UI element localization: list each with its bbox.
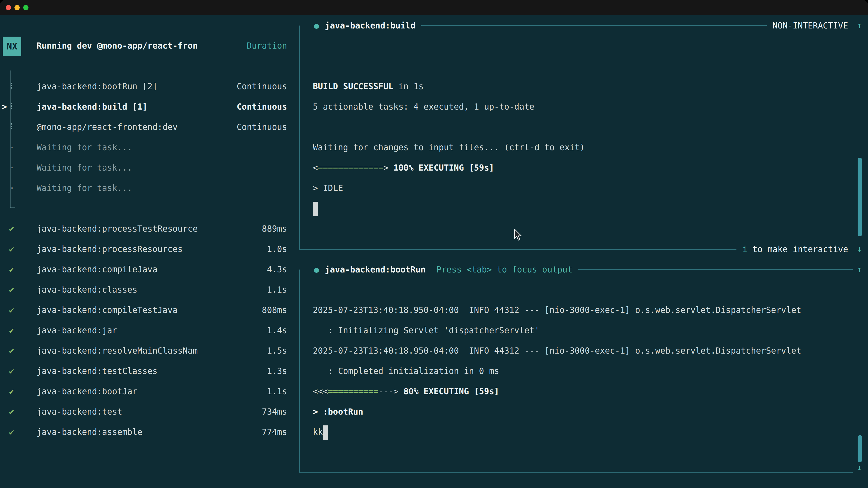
check-icon: ✔ [9, 219, 14, 239]
task-row[interactable]: ✔java-backend:compileTestJava808ms [0, 300, 294, 320]
check-icon: ✔ [9, 239, 14, 259]
check-icon: ✔ [9, 381, 14, 402]
tasklist-title: Running dev @mono-app/react-fron [37, 36, 198, 56]
task-label: java-backend:bootRun [2] [37, 76, 158, 97]
task-duration: 808ms [262, 300, 287, 320]
terminal-line: kk [313, 422, 801, 442]
task-row[interactable]: ✔java-backend:classes1.1s [0, 280, 294, 300]
mouse-cursor-icon [513, 228, 523, 244]
task-duration: 774ms [262, 422, 287, 442]
terminal-line: : Completed initialization in 0 ms [313, 361, 801, 381]
task-row[interactable]: ✔java-backend:jar1.4s [0, 320, 294, 341]
terminal-line: <<<==========---> 80% EXECUTING [59s] [313, 381, 801, 402]
focus-output-hint: Press <tab> to focus output [436, 265, 572, 274]
task-row[interactable]: ⠇java-backend:bootRun [2]Continuous [0, 76, 294, 97]
running-dot-icon: ● [314, 21, 319, 31]
completed-task-list: ✔java-backend:processTestResource889ms✔j… [0, 219, 294, 442]
interactive-hint-text: to make interactive [747, 245, 848, 254]
check-icon: ✔ [9, 300, 14, 320]
task-status: Continuous [237, 117, 287, 137]
check-icon: ✔ [9, 422, 14, 442]
task-duration: 1.3s [267, 361, 287, 381]
task-duration: 1.0s [267, 239, 287, 259]
check-icon: ✔ [9, 280, 14, 300]
task-row[interactable]: ✔java-backend:processResources1.0s [0, 239, 294, 259]
task-label: java-backend:bootJar [37, 381, 137, 402]
interactive-hint-key: i [742, 245, 747, 254]
task-label: @mono-app/react-frontend:dev [37, 117, 178, 137]
duration-column-header: Duration [247, 36, 287, 56]
task-row[interactable]: ·Waiting for task... [0, 178, 294, 198]
build-scrollbar-thumb[interactable] [858, 158, 862, 236]
task-label: Waiting for task... [37, 158, 132, 178]
task-duration: 1.5s [267, 341, 287, 361]
task-label: java-backend:testClasses [37, 361, 158, 381]
task-row[interactable]: ·Waiting for task... [0, 137, 294, 158]
task-row[interactable]: ✔java-backend:compileJava4.3s [0, 259, 294, 280]
spinner-icon: ⠇ [9, 117, 16, 137]
task-row[interactable]: ✔java-backend:processTestResource889ms [0, 219, 294, 239]
build-pane-left-border [299, 26, 300, 249]
pagination: ← 1/2 → [4, 483, 40, 488]
task-row[interactable]: ✔java-backend:assemble774ms [0, 422, 294, 442]
task-label: Waiting for task... [37, 137, 132, 158]
terminal-line: 5 actionable tasks: 4 executed, 1 up-to-… [313, 97, 585, 117]
running-task-list: ⠇java-backend:bootRun [2]Continuous>⠇jav… [0, 76, 294, 198]
task-duration: 734ms [262, 402, 287, 422]
task-label: java-backend:compileJava [37, 259, 158, 280]
check-icon: ✔ [9, 402, 14, 422]
build-output-lines[interactable]: BUILD SUCCESSFUL in 1s5 actionable tasks… [313, 36, 585, 219]
task-label: java-backend:classes [37, 280, 137, 300]
bootrun-pane-header: ● java-backend:bootRun Press <tab> to fo… [299, 259, 852, 280]
bootrun-output-lines[interactable]: 2025-07-23T13:40:18.950-04:00 INFO 44312… [313, 280, 801, 442]
non-interactive-badge: NON-INTERACTIVE [773, 21, 848, 31]
terminal-cursor [313, 202, 318, 216]
task-row[interactable]: ✔java-backend:test734ms [0, 402, 294, 422]
terminal-line: 2025-07-23T13:40:18.950-04:00 INFO 44312… [313, 300, 801, 320]
title-bar [0, 0, 868, 15]
check-icon: ✔ [9, 320, 14, 341]
bootrun-pane-left-border [299, 269, 300, 473]
task-duration: 1.4s [267, 320, 287, 341]
waiting-dot-icon: · [9, 137, 14, 158]
task-group-corner [10, 207, 16, 208]
tasklist-header: Running dev @mono-app/react-fron Duratio… [0, 36, 294, 56]
check-icon: ✔ [9, 361, 14, 381]
bootrun-scroll-up-icon[interactable]: ↑ [854, 259, 865, 280]
task-duration: 889ms [262, 219, 287, 239]
terminal-line: > :bootRun [313, 402, 801, 422]
zoom-button[interactable] [23, 5, 29, 10]
task-duration: 1.1s [267, 381, 287, 402]
terminal-line [313, 36, 585, 56]
waiting-dot-icon: · [9, 178, 14, 198]
terminal-line: : Initializing Servlet 'dispatcherServle… [313, 320, 801, 341]
minimize-button[interactable] [14, 5, 20, 10]
task-label: java-backend:assemble [37, 422, 143, 442]
terminal-cursor [323, 425, 328, 440]
spinner-icon: ⠇ [9, 97, 16, 117]
build-pane-header: ● java-backend:build NON-INTERACTIVE [299, 15, 848, 36]
terminal-line [313, 280, 801, 300]
task-label: java-backend:build [1] [37, 97, 147, 117]
task-row[interactable]: ✔java-backend:resolveMainClassNam1.5s [0, 341, 294, 361]
task-row[interactable]: ⠇@mono-app/react-frontend:devContinuous [0, 117, 294, 137]
terminal-window: NX Running dev @mono-app/react-fron Dura… [0, 0, 868, 488]
terminal-line: Waiting for changes to input files... (c… [313, 137, 585, 158]
task-row[interactable]: ✔java-backend:testClasses1.3s [0, 361, 294, 381]
task-status: Continuous [237, 76, 287, 97]
task-duration: 4.3s [267, 259, 287, 280]
task-row[interactable]: >⠇java-backend:build [1]Continuous [0, 97, 294, 117]
task-row[interactable]: ✔java-backend:bootJar1.1s [0, 381, 294, 402]
build-scroll-up-icon[interactable]: ↑ [854, 15, 865, 36]
border-line [578, 269, 852, 270]
close-button[interactable] [6, 5, 11, 10]
build-scroll-down-icon[interactable]: ↓ [854, 239, 865, 259]
build-pane-title: java-backend:build [325, 21, 415, 31]
task-row[interactable]: ·Waiting for task... [0, 158, 294, 178]
task-label: java-backend:processResources [37, 239, 183, 259]
waiting-dot-icon: · [9, 158, 14, 178]
bootrun-scroll-down-icon[interactable]: ↓ [854, 457, 865, 478]
running-dot-icon: ● [314, 265, 319, 274]
terminal-line: BUILD SUCCESSFUL in 1s [313, 76, 585, 97]
check-icon: ✔ [9, 259, 14, 280]
